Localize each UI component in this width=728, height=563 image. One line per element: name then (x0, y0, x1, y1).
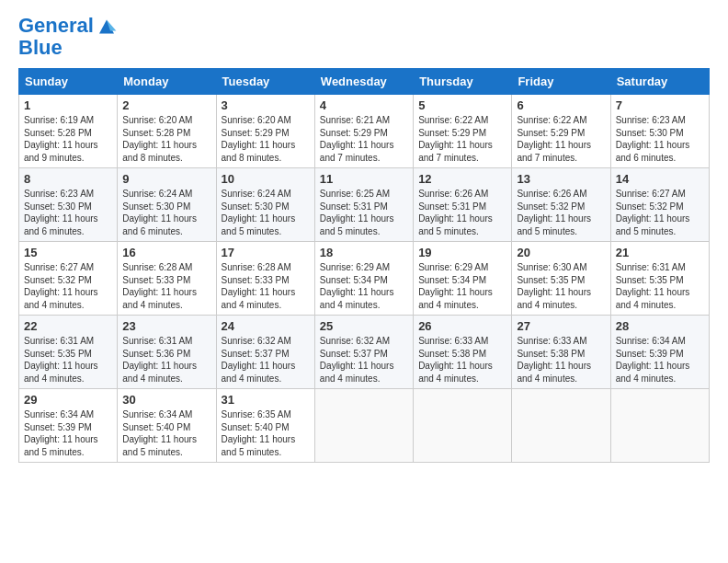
day-info: Sunrise: 6:33 AM Sunset: 5:38 PM Dayligh… (517, 335, 605, 385)
calendar-cell: 27Sunrise: 6:33 AM Sunset: 5:38 PM Dayli… (512, 316, 610, 389)
calendar-cell: 10Sunrise: 6:24 AM Sunset: 5:30 PM Dayli… (216, 168, 314, 242)
calendar-week-row: 8Sunrise: 6:23 AM Sunset: 5:30 PM Daylig… (19, 168, 710, 242)
day-info: Sunrise: 6:28 AM Sunset: 5:33 PM Dayligh… (122, 261, 210, 311)
calendar-cell (414, 389, 512, 463)
calendar-cell: 12Sunrise: 6:26 AM Sunset: 5:31 PM Dayli… (414, 168, 512, 242)
day-info: Sunrise: 6:27 AM Sunset: 5:32 PM Dayligh… (24, 261, 112, 311)
day-number: 29 (24, 393, 112, 407)
day-info: Sunrise: 6:23 AM Sunset: 5:30 PM Dayligh… (616, 114, 704, 164)
day-of-week-header: Thursday (414, 69, 512, 95)
day-info: Sunrise: 6:22 AM Sunset: 5:29 PM Dayligh… (517, 114, 605, 164)
calendar-cell: 28Sunrise: 6:34 AM Sunset: 5:39 PM Dayli… (610, 316, 709, 389)
calendar-cell: 31Sunrise: 6:35 AM Sunset: 5:40 PM Dayli… (216, 389, 314, 463)
calendar-cell: 1Sunrise: 6:19 AM Sunset: 5:28 PM Daylig… (19, 95, 118, 168)
calendar-cell: 4Sunrise: 6:21 AM Sunset: 5:29 PM Daylig… (314, 95, 413, 168)
calendar-cell: 3Sunrise: 6:20 AM Sunset: 5:29 PM Daylig… (216, 95, 314, 168)
calendar-week-row: 22Sunrise: 6:31 AM Sunset: 5:35 PM Dayli… (19, 316, 710, 389)
calendar-cell: 2Sunrise: 6:20 AM Sunset: 5:28 PM Daylig… (118, 95, 216, 168)
day-number: 5 (418, 98, 506, 112)
day-info: Sunrise: 6:32 AM Sunset: 5:37 PM Dayligh… (222, 335, 310, 385)
day-of-week-header: Sunday (19, 69, 118, 95)
day-info: Sunrise: 6:23 AM Sunset: 5:30 PM Dayligh… (24, 188, 112, 237)
logo: General Blue (18, 15, 118, 59)
calendar-cell: 15Sunrise: 6:27 AM Sunset: 5:32 PM Dayli… (19, 242, 118, 316)
day-number: 12 (418, 172, 506, 186)
day-info: Sunrise: 6:28 AM Sunset: 5:33 PM Dayligh… (222, 261, 310, 311)
day-info: Sunrise: 6:31 AM Sunset: 5:36 PM Dayligh… (122, 335, 210, 385)
day-info: Sunrise: 6:34 AM Sunset: 5:39 PM Dayligh… (616, 335, 704, 385)
day-info: Sunrise: 6:31 AM Sunset: 5:35 PM Dayligh… (24, 335, 112, 385)
day-number: 6 (517, 98, 605, 112)
day-number: 30 (122, 393, 210, 407)
day-number: 2 (122, 98, 210, 112)
day-number: 27 (517, 319, 605, 333)
day-info: Sunrise: 6:26 AM Sunset: 5:32 PM Dayligh… (517, 188, 605, 237)
day-number: 13 (517, 172, 605, 186)
day-info: Sunrise: 6:35 AM Sunset: 5:40 PM Dayligh… (222, 408, 310, 458)
calendar-cell: 24Sunrise: 6:32 AM Sunset: 5:37 PM Dayli… (216, 316, 314, 389)
calendar-cell: 8Sunrise: 6:23 AM Sunset: 5:30 PM Daylig… (19, 168, 118, 242)
day-number: 28 (616, 319, 704, 333)
day-info: Sunrise: 6:22 AM Sunset: 5:29 PM Dayligh… (418, 114, 506, 164)
calendar-cell: 16Sunrise: 6:28 AM Sunset: 5:33 PM Dayli… (118, 242, 216, 316)
calendar-week-row: 29Sunrise: 6:34 AM Sunset: 5:39 PM Dayli… (19, 389, 710, 463)
calendar-cell: 17Sunrise: 6:28 AM Sunset: 5:33 PM Dayli… (216, 242, 314, 316)
calendar-cell: 22Sunrise: 6:31 AM Sunset: 5:35 PM Dayli… (19, 316, 118, 389)
calendar-cell (512, 389, 610, 463)
day-of-week-header: Wednesday (314, 69, 413, 95)
day-info: Sunrise: 6:26 AM Sunset: 5:31 PM Dayligh… (418, 188, 506, 237)
calendar-cell: 13Sunrise: 6:26 AM Sunset: 5:32 PM Dayli… (512, 168, 610, 242)
day-info: Sunrise: 6:31 AM Sunset: 5:35 PM Dayligh… (616, 261, 704, 311)
day-info: Sunrise: 6:21 AM Sunset: 5:29 PM Dayligh… (320, 114, 408, 164)
day-number: 8 (24, 172, 112, 186)
header: General Blue (18, 15, 710, 59)
calendar-cell: 6Sunrise: 6:22 AM Sunset: 5:29 PM Daylig… (512, 95, 610, 168)
day-number: 18 (320, 246, 408, 259)
day-info: Sunrise: 6:24 AM Sunset: 5:30 PM Dayligh… (222, 188, 310, 237)
day-number: 17 (222, 246, 310, 259)
day-number: 9 (122, 172, 210, 186)
day-number: 26 (418, 319, 506, 333)
calendar: SundayMondayTuesdayWednesdayThursdayFrid… (18, 68, 710, 463)
day-info: Sunrise: 6:29 AM Sunset: 5:34 PM Dayligh… (418, 261, 506, 311)
day-number: 11 (320, 172, 408, 186)
day-info: Sunrise: 6:30 AM Sunset: 5:35 PM Dayligh… (517, 261, 605, 311)
calendar-cell: 5Sunrise: 6:22 AM Sunset: 5:29 PM Daylig… (414, 95, 512, 168)
calendar-week-row: 1Sunrise: 6:19 AM Sunset: 5:28 PM Daylig… (19, 95, 710, 168)
calendar-cell: 9Sunrise: 6:24 AM Sunset: 5:30 PM Daylig… (118, 168, 216, 242)
day-info: Sunrise: 6:32 AM Sunset: 5:37 PM Dayligh… (320, 335, 408, 385)
day-number: 21 (616, 246, 704, 259)
day-number: 25 (320, 319, 408, 333)
day-number: 1 (24, 98, 112, 112)
calendar-cell: 14Sunrise: 6:27 AM Sunset: 5:32 PM Dayli… (610, 168, 709, 242)
day-number: 19 (418, 246, 506, 259)
calendar-cell: 11Sunrise: 6:25 AM Sunset: 5:31 PM Dayli… (314, 168, 413, 242)
day-of-week-header: Monday (118, 69, 216, 95)
calendar-cell: 7Sunrise: 6:23 AM Sunset: 5:30 PM Daylig… (610, 95, 709, 168)
calendar-cell: 19Sunrise: 6:29 AM Sunset: 5:34 PM Dayli… (414, 242, 512, 316)
calendar-cell: 20Sunrise: 6:30 AM Sunset: 5:35 PM Dayli… (512, 242, 610, 316)
day-of-week-header: Saturday (610, 69, 709, 95)
day-of-week-header: Friday (512, 69, 610, 95)
day-info: Sunrise: 6:25 AM Sunset: 5:31 PM Dayligh… (320, 188, 408, 237)
day-number: 16 (122, 246, 210, 259)
calendar-week-row: 15Sunrise: 6:27 AM Sunset: 5:32 PM Dayli… (19, 242, 710, 316)
calendar-cell: 18Sunrise: 6:29 AM Sunset: 5:34 PM Dayli… (314, 242, 413, 316)
logo-text2: Blue (18, 37, 118, 59)
day-number: 10 (222, 172, 310, 186)
calendar-header-row: SundayMondayTuesdayWednesdayThursdayFrid… (19, 69, 710, 95)
calendar-cell: 21Sunrise: 6:31 AM Sunset: 5:35 PM Dayli… (610, 242, 709, 316)
calendar-cell (610, 389, 709, 463)
day-info: Sunrise: 6:27 AM Sunset: 5:32 PM Dayligh… (616, 188, 704, 237)
day-info: Sunrise: 6:19 AM Sunset: 5:28 PM Dayligh… (24, 114, 112, 164)
calendar-cell (314, 389, 413, 463)
day-of-week-header: Tuesday (216, 69, 314, 95)
calendar-cell: 23Sunrise: 6:31 AM Sunset: 5:36 PM Dayli… (118, 316, 216, 389)
page: General Blue SundayMondayTuesdayWednesda… (0, 0, 728, 472)
day-number: 7 (616, 98, 704, 112)
day-info: Sunrise: 6:20 AM Sunset: 5:28 PM Dayligh… (122, 114, 210, 164)
day-info: Sunrise: 6:20 AM Sunset: 5:29 PM Dayligh… (222, 114, 310, 164)
day-info: Sunrise: 6:24 AM Sunset: 5:30 PM Dayligh… (122, 188, 210, 237)
day-info: Sunrise: 6:33 AM Sunset: 5:38 PM Dayligh… (418, 335, 506, 385)
day-number: 31 (222, 393, 310, 407)
